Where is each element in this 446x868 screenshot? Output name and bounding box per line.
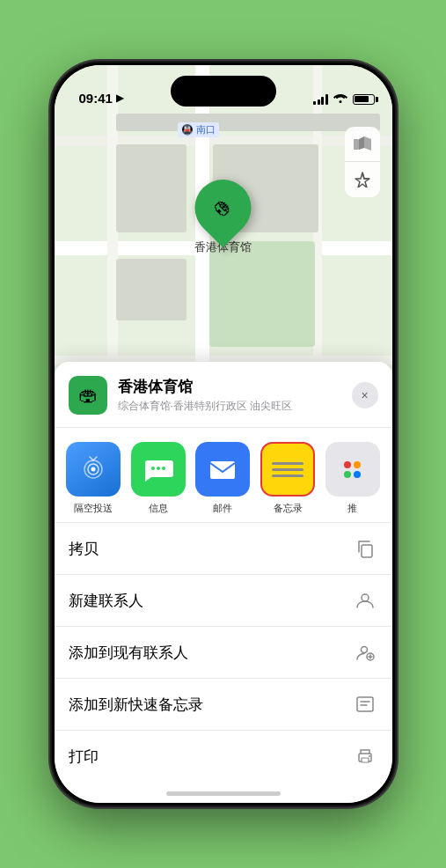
signal-bars-icon bbox=[313, 94, 328, 105]
svg-line-6 bbox=[90, 457, 93, 460]
close-label: × bbox=[361, 388, 368, 402]
home-indicator bbox=[166, 791, 281, 796]
svg-point-14 bbox=[361, 647, 367, 653]
building-4 bbox=[116, 114, 380, 131]
close-button[interactable]: × bbox=[352, 382, 378, 408]
stadium-ground bbox=[209, 241, 315, 347]
quick-note-icon bbox=[352, 691, 378, 717]
add-contact-label: 添加到现有联系人 bbox=[69, 643, 352, 663]
svg-point-13 bbox=[362, 594, 369, 601]
status-icons bbox=[313, 92, 375, 106]
building-1 bbox=[116, 144, 186, 232]
stadium-icon: 🏟 bbox=[209, 195, 236, 221]
phone-frame: 09:41 ▶ bbox=[52, 63, 395, 805]
status-time: 09:41 ▶ bbox=[79, 91, 123, 106]
building-3 bbox=[116, 259, 186, 320]
mail-label: 邮件 bbox=[213, 502, 232, 515]
battery-icon bbox=[353, 94, 375, 105]
print-label: 打印 bbox=[69, 747, 352, 767]
more-icon bbox=[325, 442, 380, 497]
airdrop-icon bbox=[66, 442, 121, 497]
map-controls bbox=[345, 127, 380, 197]
notes-icon bbox=[260, 442, 315, 497]
venue-stadium-icon: 🏟 bbox=[78, 384, 98, 407]
action-row-copy[interactable]: 拷贝 bbox=[55, 523, 392, 575]
location-pin: 🏟 香港体育馆 bbox=[194, 180, 252, 255]
notes-line-1 bbox=[272, 462, 303, 465]
map-location-label: 🚇 南口 bbox=[178, 122, 219, 137]
svg-rect-11 bbox=[210, 461, 235, 479]
venue-name: 香港体育馆 bbox=[118, 377, 341, 397]
messages-icon bbox=[131, 442, 186, 497]
copy-icon bbox=[352, 535, 378, 562]
quick-note-label: 添加到新快速备忘录 bbox=[69, 695, 352, 715]
map-type-button[interactable] bbox=[345, 127, 380, 162]
mail-icon bbox=[195, 442, 250, 497]
venue-info: 香港体育馆 综合体育馆·香港特别行政区 油尖旺区 bbox=[118, 377, 341, 414]
svg-rect-22 bbox=[362, 758, 369, 762]
signal-bar-1 bbox=[313, 101, 316, 105]
time-label: 09:41 bbox=[79, 91, 113, 106]
sheet-header: 🏟 香港体育馆 综合体育馆·香港特别行政区 油尖旺区 × bbox=[55, 362, 392, 428]
action-row-new-contact[interactable]: 新建联系人 bbox=[55, 575, 392, 627]
pin-circle: 🏟 bbox=[183, 168, 263, 248]
battery-fill bbox=[355, 96, 369, 102]
location-arrow-icon: ▶ bbox=[116, 92, 123, 104]
airdrop-label: 隔空投送 bbox=[74, 502, 113, 515]
dynamic-island bbox=[171, 76, 276, 107]
svg-point-8 bbox=[151, 467, 155, 470]
wifi-icon bbox=[333, 92, 347, 106]
map-label-text: 南口 bbox=[196, 124, 216, 135]
notes-line-3 bbox=[272, 474, 303, 477]
svg-marker-1 bbox=[359, 136, 364, 150]
share-apps-row: 隔空投送 信息 bbox=[55, 428, 392, 522]
phone-inner: 09:41 ▶ bbox=[55, 65, 392, 803]
copy-label: 拷贝 bbox=[69, 539, 352, 559]
svg-rect-12 bbox=[362, 545, 372, 557]
action-row-add-contact[interactable]: 添加到现有联系人 bbox=[55, 627, 392, 679]
share-app-airdrop[interactable]: 隔空投送 bbox=[62, 442, 127, 515]
venue-subtitle: 综合体育馆·香港特别行政区 油尖旺区 bbox=[118, 399, 341, 414]
action-row-print[interactable]: 打印 bbox=[55, 731, 392, 782]
svg-marker-2 bbox=[364, 136, 371, 151]
svg-rect-18 bbox=[357, 697, 373, 711]
svg-point-23 bbox=[369, 755, 370, 757]
print-icon bbox=[352, 743, 378, 769]
notes-line-2 bbox=[272, 468, 303, 471]
signal-bar-2 bbox=[318, 99, 320, 105]
share-app-messages[interactable]: 信息 bbox=[126, 442, 191, 515]
signal-bar-3 bbox=[321, 97, 324, 105]
notes-lines bbox=[272, 462, 303, 477]
svg-point-9 bbox=[157, 467, 160, 470]
notes-label: 备忘录 bbox=[274, 502, 303, 515]
share-app-notes[interactable]: 备忘录 bbox=[255, 442, 320, 515]
new-contact-icon bbox=[352, 587, 378, 614]
pin-inner: 🏟 bbox=[202, 187, 245, 229]
action-row-quick-note[interactable]: 添加到新快速备忘录 bbox=[55, 679, 392, 731]
venue-icon: 🏟 bbox=[69, 376, 107, 415]
new-contact-label: 新建联系人 bbox=[69, 591, 352, 611]
location-button[interactable] bbox=[345, 162, 380, 197]
messages-label: 信息 bbox=[149, 502, 168, 515]
action-rows: 拷贝 新建联系人 bbox=[55, 522, 392, 782]
svg-line-7 bbox=[93, 457, 97, 460]
share-app-mail[interactable]: 邮件 bbox=[191, 442, 256, 515]
svg-point-5 bbox=[91, 467, 96, 472]
svg-point-10 bbox=[162, 467, 165, 470]
bottom-sheet: 🏟 香港体育馆 综合体育馆·香港特别行政区 油尖旺区 × bbox=[55, 362, 392, 803]
more-label: 推 bbox=[347, 502, 357, 515]
share-app-more[interactable]: 推 bbox=[320, 442, 385, 515]
signal-bar-4 bbox=[325, 94, 328, 105]
add-contact-icon bbox=[352, 639, 378, 666]
svg-rect-0 bbox=[354, 139, 359, 150]
